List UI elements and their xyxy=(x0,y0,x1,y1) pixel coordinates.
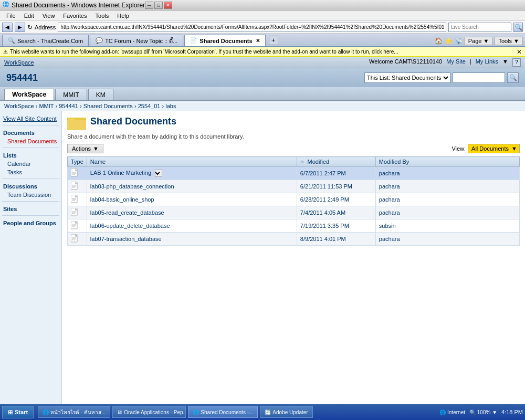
row-name-0[interactable]: LAB 1 Online Marketing ▼ xyxy=(87,167,297,180)
sidebar-item-calendar[interactable]: Calendar xyxy=(2,160,59,168)
doc-link-5[interactable]: lab07-transaction_database xyxy=(90,236,162,242)
forward-button[interactable]: ▶ xyxy=(15,23,25,32)
help-icon[interactable]: ? xyxy=(512,58,521,67)
refresh-icon[interactable]: ↻ xyxy=(27,24,33,31)
tabs-bar: 🔍 Search - ThaiCreate.Com 💬 TC Forum - N… xyxy=(0,34,525,47)
breadcrumb-labs[interactable]: labs xyxy=(165,103,176,109)
doc-link-4[interactable]: lab06-update_delete_database xyxy=(90,223,170,229)
sidebar-item-tasks[interactable]: Tasks xyxy=(2,168,59,176)
address-input[interactable] xyxy=(58,23,446,32)
col-modified[interactable]: ○ Modified xyxy=(297,157,375,167)
document-icon xyxy=(71,234,78,243)
col-modified-by[interactable]: Modified By xyxy=(375,157,519,167)
page-menu[interactable]: Page ▼ xyxy=(465,37,493,45)
doc-description: Share a document with the team by adding… xyxy=(67,133,520,140)
row-name-3[interactable]: lab05-read_create_database xyxy=(87,206,297,219)
tab-1[interactable]: 💬 TC Forum - New Topic :: ตั้... xyxy=(90,35,183,46)
title-bar-controls: ─ □ ✕ xyxy=(145,2,172,9)
taskbar-right: 🌐 Internet 🔍 100% ▼ 4:18 PM xyxy=(439,409,523,415)
minimize-button[interactable]: ─ xyxy=(145,2,153,9)
taskbar-item-2[interactable]: 🌐 Shared Documents -... xyxy=(188,406,258,418)
menu-help[interactable]: Help xyxy=(113,12,133,20)
toolbar-icon-rss[interactable]: 📡 xyxy=(455,37,463,45)
menu-file[interactable]: File xyxy=(2,12,20,20)
menu-view[interactable]: View xyxy=(38,12,59,20)
sp-workspace-link[interactable]: WorkSpace xyxy=(4,59,34,66)
row-name-1[interactable]: lab03-php_database_connection xyxy=(87,180,297,193)
search-input[interactable] xyxy=(448,23,511,32)
security-notice-icon: ⚠ xyxy=(3,49,8,55)
tab-0[interactable]: 🔍 Search - ThaiCreate.Com xyxy=(2,35,89,46)
my-site-link[interactable]: My Site xyxy=(446,58,466,67)
row-type-0 xyxy=(68,167,87,180)
toolbar-icon-star[interactable]: ⭐ xyxy=(445,37,453,45)
sidebar: View All Site Content Documents Shared D… xyxy=(0,111,62,404)
sidebar-item-shared-documents[interactable]: Shared Documents xyxy=(2,137,59,145)
system-clock: 4:18 PM xyxy=(501,409,523,415)
row-modified-by-1: pachara xyxy=(375,180,519,193)
sort-radio-modified[interactable]: ○ xyxy=(300,159,304,165)
search-button[interactable]: 🔍 xyxy=(513,23,523,32)
my-links-dropdown[interactable]: ▼ xyxy=(502,58,508,67)
view-selector: View: All Documents ▼ xyxy=(452,144,520,153)
sidebar-section-sites[interactable]: Sites xyxy=(2,204,59,213)
breadcrumb: WorkSpace › MMIT › 954441 › Shared Docum… xyxy=(0,101,525,111)
zoom-control[interactable]: 🔍 100% ▼ xyxy=(469,410,497,415)
tab-2[interactable]: 📄 Shared Documents ✕ xyxy=(184,35,265,46)
col-type[interactable]: Type xyxy=(68,157,87,167)
tab-close-2[interactable]: ✕ xyxy=(256,38,260,44)
sp-search-button[interactable]: 🔍 xyxy=(507,72,519,83)
windows-icon: ⊞ xyxy=(8,409,13,416)
sp-tab-km[interactable]: KM xyxy=(88,89,113,100)
start-button[interactable]: ⊞ Start xyxy=(2,406,34,418)
col-name[interactable]: Name xyxy=(87,157,297,167)
doc-toolbar: Actions ▼ View: All Documents ▼ xyxy=(67,143,520,154)
doc-header-row: Shared Documents xyxy=(67,114,520,131)
doc-link-2[interactable]: lab04-basic_online_shop xyxy=(90,196,154,203)
menu-edit[interactable]: Edit xyxy=(20,12,38,20)
sp-tab-mmit[interactable]: MMIT xyxy=(55,89,87,100)
close-button[interactable]: ✕ xyxy=(164,2,172,9)
row-name-5[interactable]: lab07-transaction_database xyxy=(87,233,297,246)
back-button[interactable]: ◀ xyxy=(2,23,13,32)
sp-search-input[interactable] xyxy=(453,72,505,83)
view-dropdown[interactable]: All Documents ▼ xyxy=(468,144,520,153)
menu-favorites[interactable]: Favorites xyxy=(59,12,91,20)
menu-tools[interactable]: Tools xyxy=(91,12,113,20)
row-name-4[interactable]: lab06-update_delete_database xyxy=(87,219,297,233)
taskbar-item-0[interactable]: 🌐 หน้าไทยไรต์ - ค้นหาส... xyxy=(38,406,110,418)
row-modified-3: 7/4/2011 4:05 AM xyxy=(297,206,375,219)
taskbar-item-3[interactable]: 🔄 Adobe Updater xyxy=(260,406,312,418)
sidebar-item-team-discussion[interactable]: Team Discussion xyxy=(2,191,59,199)
breadcrumb-2554[interactable]: 2554_01 xyxy=(138,103,161,109)
breadcrumb-workspace[interactable]: WorkSpace xyxy=(4,103,34,109)
breadcrumb-954441[interactable]: 954441 xyxy=(59,103,78,109)
sidebar-section-people[interactable]: People and Groups xyxy=(2,218,59,227)
doc-link-0[interactable]: LAB 1 Online Marketing xyxy=(90,170,151,176)
breadcrumb-shared-docs[interactable]: Shared Documents xyxy=(83,103,133,109)
row-modified-by-3: pachara xyxy=(375,206,519,219)
maximize-button[interactable]: □ xyxy=(154,2,163,9)
tools-menu[interactable]: Tools ▼ xyxy=(495,37,523,45)
taskbar-item-1[interactable]: 🖥 Oracle Applications - Pep... xyxy=(112,406,186,418)
sp-site-number: 954441 xyxy=(6,72,38,83)
toolbar-icon-home[interactable]: 🏠 xyxy=(435,37,443,45)
table-row: lab07-transaction_database 8/9/2011 4:01… xyxy=(68,233,520,246)
view-all-site-link[interactable]: View All Site Content xyxy=(2,114,59,123)
notice-close-button[interactable]: ✕ xyxy=(517,48,522,56)
row-type-3 xyxy=(68,206,87,219)
title-bar: Shared Documents - Windows Internet Expl… xyxy=(0,0,525,10)
sp-tab-workspace[interactable]: WorkSpace xyxy=(4,89,54,100)
sp-search-scope[interactable]: This List: Shared Documents xyxy=(364,72,450,83)
row-name-2[interactable]: lab04-basic_online_shop xyxy=(87,193,297,206)
doc-link-3[interactable]: lab05-read_create_database xyxy=(90,209,164,216)
breadcrumb-mmit[interactable]: MMIT xyxy=(39,103,54,109)
sidebar-section-discussions[interactable]: Discussions xyxy=(2,181,59,191)
actions-button[interactable]: Actions ▼ xyxy=(67,144,103,153)
row-type-2 xyxy=(68,193,87,206)
sidebar-section-lists[interactable]: Lists xyxy=(2,150,59,160)
sidebar-section-documents[interactable]: Documents xyxy=(2,128,59,137)
new-tab-button[interactable]: + xyxy=(269,36,278,45)
my-links-link[interactable]: My Links xyxy=(476,58,498,67)
doc-link-1[interactable]: lab03-php_database_connection xyxy=(90,183,174,190)
